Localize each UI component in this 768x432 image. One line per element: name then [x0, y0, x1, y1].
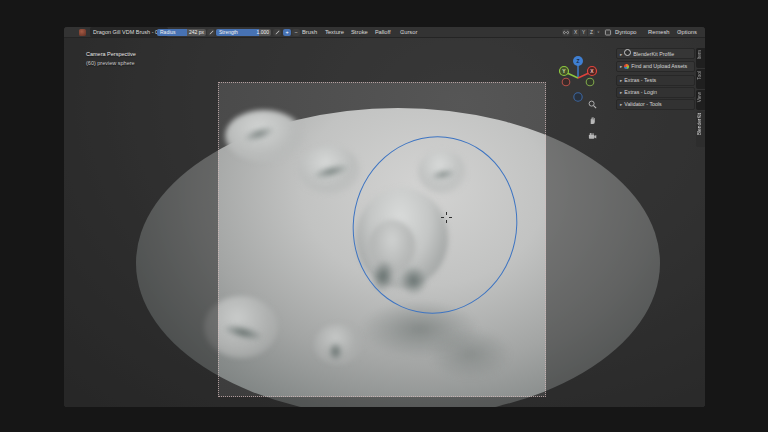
blenderkit-logo-icon: [624, 64, 629, 69]
passepartout-left: [64, 82, 218, 397]
strength-label: Strength: [219, 29, 238, 36]
sculpt-toolbar: Dragon Gill VDM Brush - 01 Radius 242 px…: [64, 27, 705, 38]
symmetry-x-toggle[interactable]: X: [572, 29, 579, 36]
chevron-down-icon: ∨: [650, 27, 653, 37]
sidebar-tab-item[interactable]: Item: [696, 48, 705, 68]
chevron-down-icon: ∨: [327, 27, 330, 37]
pen-icon: [209, 30, 214, 35]
pen-icon: [275, 30, 280, 35]
symmetry-z-toggle[interactable]: Z: [588, 29, 595, 36]
desktop-background: Dragon Gill VDM Brush - 01 Radius 242 px…: [0, 0, 768, 432]
panel-expand-icon: ▸: [620, 52, 622, 57]
panel-find-upload-assets[interactable]: ▸Find and Upload Assets: [616, 61, 695, 72]
viewport-view-name: Camera Perspective: [86, 51, 136, 57]
panel-expand-icon: ▸: [620, 64, 622, 69]
panel-blenderkit-profile[interactable]: ▸BlenderKit Profile: [616, 48, 695, 59]
navigation-gizmo[interactable]: Z Y X: [556, 52, 600, 106]
symmetry-mirror-icon[interactable]: [562, 29, 570, 36]
panel-expand-icon: ▸: [620, 78, 622, 83]
camera-view-icon[interactable]: [588, 132, 597, 141]
pan-hand-icon[interactable]: [588, 116, 597, 125]
viewport-object-name: (60) preview sphere: [86, 60, 135, 66]
panel-expand-icon: ▸: [620, 102, 622, 107]
chevron-down-icon: ∨: [353, 27, 356, 37]
radius-pressure-button[interactable]: [207, 29, 215, 36]
cursor-crosshair-icon: [441, 212, 452, 223]
zoom-icon[interactable]: [588, 100, 597, 109]
strength-slider[interactable]: Strength 1.000: [216, 29, 271, 36]
profile-icon: [624, 49, 631, 56]
remove-brush-button[interactable]: −: [292, 29, 300, 36]
strength-pressure-button[interactable]: [273, 29, 281, 36]
panel-validator-tools[interactable]: ▸Validator - Tools: [616, 99, 695, 110]
panel-expand-icon: ▸: [620, 90, 622, 95]
svg-text:Z: Z: [576, 58, 579, 64]
panel-extras-login[interactable]: ▸Extras - Login: [616, 87, 695, 98]
dyntopo-checkbox-icon[interactable]: [604, 29, 612, 36]
radius-slider[interactable]: Radius 242 px: [157, 29, 206, 36]
strength-value: 1.000: [256, 29, 269, 36]
symmetry-y-toggle[interactable]: Y: [580, 29, 587, 36]
add-brush-button[interactable]: +: [283, 29, 291, 36]
passepartout-right: [546, 82, 705, 397]
passepartout-top: [64, 38, 705, 82]
brush-thumbnail-icon[interactable]: [79, 29, 86, 36]
chevron-down-icon: ∨: [304, 27, 307, 37]
sidebar-tab-blenderkit[interactable]: BlenderKit: [696, 111, 705, 147]
chevron-down-icon: ∨: [402, 27, 405, 37]
blender-window: Dragon Gill VDM Brush - 01 Radius 242 px…: [64, 27, 705, 407]
radius-value: 242 px: [189, 29, 204, 36]
passepartout-bottom: [64, 397, 705, 407]
chevron-down-icon: ∨: [679, 27, 682, 37]
sidebar-tab-view[interactable]: View: [696, 90, 705, 110]
panel-extras-tests[interactable]: ▸Extras - Tests: [616, 75, 695, 86]
chevron-down-icon: ∨: [617, 27, 620, 37]
sidebar-tab-tool[interactable]: Tool: [696, 69, 705, 89]
gizmo-y-neg-axis[interactable]: [586, 78, 594, 86]
3d-viewport[interactable]: Camera Perspective (60) preview sphere Z…: [64, 38, 705, 407]
radius-label: Radius: [160, 29, 176, 36]
chevron-down-icon: ∨: [377, 27, 380, 37]
gizmo-x-neg-axis[interactable]: [562, 78, 570, 86]
chevron-down-icon: ∨: [597, 27, 600, 37]
gizmo-z-neg-axis[interactable]: [574, 93, 582, 101]
